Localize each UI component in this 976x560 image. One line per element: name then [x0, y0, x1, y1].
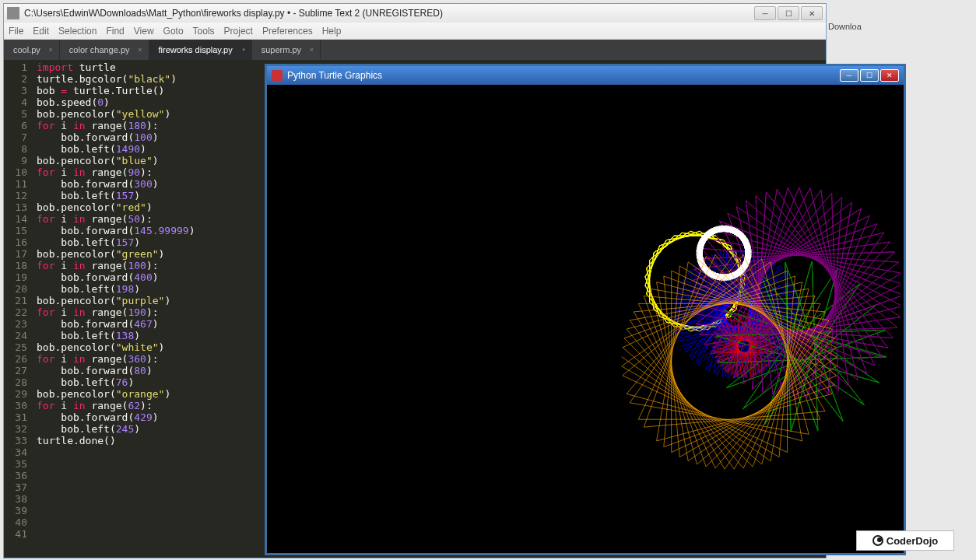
background-browser-fragment: Downloa: [828, 22, 976, 31]
tab-color-change-py[interactable]: color change.py×: [60, 40, 149, 60]
sublime-title: C:\Users\EdwinW\Downloads\Matt_Python\fi…: [24, 8, 754, 19]
turtle-titlebar[interactable]: Python Turtle Graphics ─ ☐ ✕: [267, 66, 904, 85]
turtle-title: Python Turtle Graphics: [287, 70, 840, 81]
sublime-titlebar[interactable]: C:\Users\EdwinW\Downloads\Matt_Python\fi…: [4, 4, 826, 23]
turtle-maximize-button[interactable]: ☐: [860, 69, 879, 82]
download-label: Downloa: [828, 22, 862, 31]
turtle-window-controls: ─ ☐ ✕: [840, 69, 899, 82]
turtle-graphics-window: Python Turtle Graphics ─ ☐ ✕: [265, 64, 906, 555]
line-number-gutter: 1234567891011121314151617181920212223242…: [4, 60, 33, 558]
tab-cool-py[interactable]: cool.py×: [4, 40, 60, 60]
sublime-app-icon: [7, 7, 19, 19]
menubar: FileEditSelectionFindViewGotoToolsProjec…: [4, 23, 826, 40]
coderdojo-text: CoderDojo: [886, 535, 938, 547]
coderdojo-yin-yang-icon: [872, 535, 883, 546]
tab-close-icon[interactable]: ×: [310, 46, 314, 54]
turtle-minimize-button[interactable]: ─: [840, 69, 858, 82]
turtle-close-button[interactable]: ✕: [880, 69, 899, 82]
tab-close-icon[interactable]: ×: [49, 46, 53, 54]
menu-project[interactable]: Project: [224, 26, 253, 37]
tab-close-icon[interactable]: •: [243, 46, 245, 54]
close-button[interactable]: ✕: [801, 6, 823, 20]
minimize-button[interactable]: ─: [754, 6, 776, 20]
turtle-drawing: [270, 88, 901, 550]
menu-find[interactable]: Find: [106, 26, 124, 37]
coderdojo-logo: CoderDojo: [856, 530, 954, 551]
menu-tools[interactable]: Tools: [193, 26, 215, 37]
tabbar: cool.py×color change.py×fireworks displa…: [4, 40, 826, 60]
maximize-button[interactable]: ☐: [778, 6, 799, 20]
menu-edit[interactable]: Edit: [33, 26, 49, 37]
menu-preferences[interactable]: Preferences: [262, 26, 313, 37]
tab-superm-py[interactable]: superm.py×: [252, 40, 321, 60]
menu-view[interactable]: View: [134, 26, 154, 37]
tab-close-icon[interactable]: ×: [138, 46, 142, 54]
window-controls: ─ ☐ ✕: [754, 6, 823, 20]
menu-help[interactable]: Help: [322, 26, 342, 37]
tk-icon: [272, 70, 283, 81]
menu-file[interactable]: File: [9, 26, 23, 37]
menu-selection[interactable]: Selection: [58, 26, 97, 37]
tab-fireworks-display-py[interactable]: fireworks display.py•: [149, 40, 252, 60]
turtle-canvas: [270, 88, 901, 550]
menu-goto[interactable]: Goto: [163, 26, 184, 37]
